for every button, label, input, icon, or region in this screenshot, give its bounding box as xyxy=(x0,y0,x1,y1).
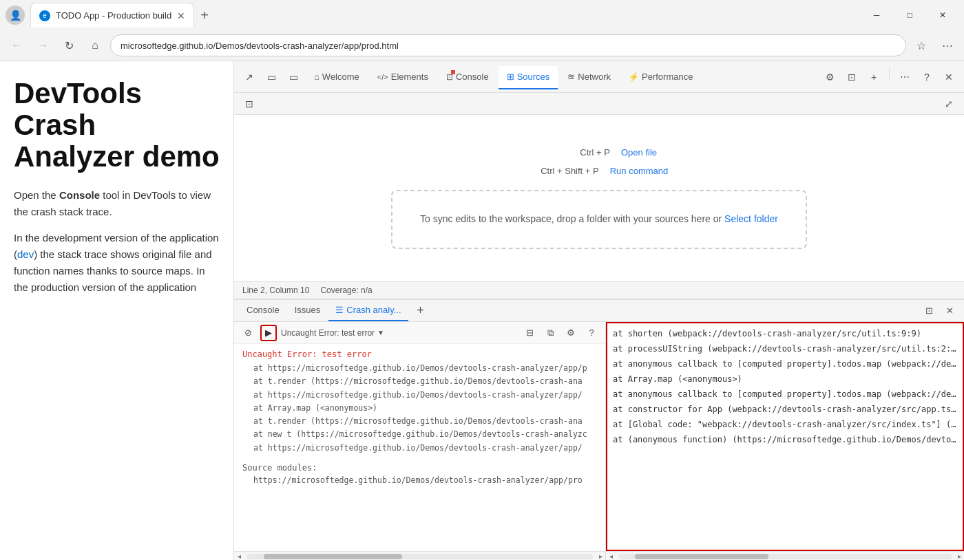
tab-network[interactable]: ≋ Network xyxy=(559,66,619,89)
play-button[interactable]: ▶ xyxy=(260,325,277,341)
expand-panel-icon[interactable]: ⤢ xyxy=(939,94,958,114)
source-modules-title: Source modules: xyxy=(242,463,597,473)
scroll-right-arrow[interactable]: ▸ xyxy=(596,552,605,561)
error-label-text: Uncaught Error: test error xyxy=(281,328,375,338)
home-button[interactable]: ⌂ xyxy=(84,34,106,56)
crash-analysis-panel: at shorten (webpack://devtools-crash-ana… xyxy=(606,322,964,551)
stack-line-6: at https://microsoftedge.github.io/Demos… xyxy=(242,442,597,455)
refresh-button[interactable]: ↻ xyxy=(58,34,80,56)
stack-line-1: at t.render (https://microsoftedge.githu… xyxy=(242,375,597,388)
forward-button[interactable]: → xyxy=(32,34,54,56)
favorites-button[interactable]: ☆ xyxy=(910,34,932,56)
settings-cog-icon[interactable]: ⚙ xyxy=(820,67,839,87)
inspect-element-icon[interactable]: ↗ xyxy=(240,67,259,87)
console-drawer-icon[interactable]: ▭ xyxy=(284,67,303,87)
dev-link[interactable]: dev xyxy=(17,248,34,260)
tab-performance[interactable]: ⚡ Performance xyxy=(620,66,701,89)
devtools-panel: ↗ ▭ ▭ ⌂ Welcome </> Elements ⊡ Console ⊞ xyxy=(234,61,964,560)
close-bottom-icon[interactable]: ✕ xyxy=(941,302,958,320)
toggle-sidebar-icon[interactable]: ⊡ xyxy=(240,94,259,114)
bottom-tabs-right: ⊡ ✕ xyxy=(920,302,958,320)
crash-line-2: at anonymous callback to [computed prope… xyxy=(613,356,957,371)
right-scroll-right-arrow[interactable]: ▸ xyxy=(954,552,964,561)
address-bar: ← → ↻ ⌂ microsoftedge.github.io/Demos/de… xyxy=(0,30,964,61)
sources-tab-icon: ⊞ xyxy=(507,72,514,82)
console-bottom-tab-label: Console xyxy=(247,305,280,315)
stack-line-4: at t.render (https://microsoftedge.githu… xyxy=(242,415,597,428)
tab-title: TODO App - Production build xyxy=(56,10,171,21)
user-avatar: 👤 xyxy=(6,6,25,25)
devtools-close-icon[interactable]: ✕ xyxy=(939,67,958,87)
paragraph-1: Open the Console tool in DevTools to vie… xyxy=(14,187,220,220)
shortcut-row-open: Ctrl + P Open file xyxy=(541,147,657,158)
coverage-info: Coverage: n/a xyxy=(320,286,372,295)
sources-shortcuts: Ctrl + P Open file Ctrl + Shift + P Run … xyxy=(530,147,669,176)
scroll-left-arrow[interactable]: ◂ xyxy=(234,552,244,561)
open-file-link[interactable]: Open file xyxy=(621,147,657,158)
add-bottom-tab-button[interactable]: + xyxy=(412,303,429,319)
device-toolbar-icon[interactable]: ▭ xyxy=(262,67,281,87)
clear-console-icon[interactable]: ⊘ xyxy=(240,325,256,341)
page-content: DevTools Crash Analyzer demo Open the Co… xyxy=(0,61,234,560)
tab-close-button[interactable]: ✕ xyxy=(177,10,185,21)
window-controls-left: 👤 xyxy=(6,6,25,25)
source-modules-url: https://microsoftedge.github.io/Demos/de… xyxy=(242,475,597,485)
left-scroll-track[interactable] xyxy=(247,554,593,559)
tab-welcome[interactable]: ⌂ Welcome xyxy=(306,66,368,89)
crash-line-4: at anonymous callback to [computed prope… xyxy=(613,387,957,402)
stack-line-3: at Array.map (<anonymous>) xyxy=(242,402,597,415)
toolbar-separator xyxy=(889,67,890,81)
more-tools-icon[interactable]: ⊡ xyxy=(842,67,861,87)
stack-lines: at https://microsoftedge.github.io/Demos… xyxy=(242,362,597,455)
title-bar: 👤 e TODO App - Production build ✕ + ─ □ … xyxy=(0,0,964,30)
tab-bar: e TODO App - Production build ✕ + xyxy=(30,3,855,28)
help-console-icon[interactable]: ? xyxy=(583,325,600,341)
settings-icon[interactable]: ⚙ xyxy=(563,325,579,341)
browser-tab[interactable]: e TODO App - Production build ✕ xyxy=(30,3,194,28)
console-tab-label: Console xyxy=(456,72,489,82)
dock-bottom-icon[interactable]: ⊡ xyxy=(920,302,938,320)
copy-icon[interactable]: ⧉ xyxy=(542,325,558,341)
edge-favicon: e xyxy=(39,10,50,21)
bottom-tab-issues[interactable]: Issues xyxy=(288,301,328,321)
url-bar[interactable]: microsoftedge.github.io/Demos/devtools-c… xyxy=(110,34,906,56)
para1-bold: Console xyxy=(59,189,100,201)
issues-bottom-tab-label: Issues xyxy=(295,305,321,315)
right-scroll-track[interactable] xyxy=(618,554,952,559)
error-caret-icon: ▼ xyxy=(377,329,384,336)
url-text: microsoftedge.github.io/Demos/devtools-c… xyxy=(120,41,896,51)
drop-zone-text: To sync edits to the workspace, drop a f… xyxy=(420,213,724,224)
console-content: Uncaught Error: test error at https://mi… xyxy=(234,344,605,551)
crash-tab-icon: ☰ xyxy=(335,305,344,315)
minimize-button[interactable]: ─ xyxy=(861,4,892,26)
more-menu-icon[interactable]: ⋯ xyxy=(895,67,914,87)
tab-elements[interactable]: </> Elements xyxy=(369,66,437,89)
shortcut-key-run: Ctrl + Shift + P xyxy=(530,166,599,176)
tab-sources[interactable]: ⊞ Sources xyxy=(499,66,558,89)
help-icon[interactable]: ? xyxy=(917,67,936,87)
network-tab-label: Network xyxy=(578,72,611,82)
page-title: DevTools Crash Analyzer demo xyxy=(14,78,220,173)
right-scroll-left-arrow[interactable]: ◂ xyxy=(606,552,616,561)
stack-line-2: at https://microsoftedge.github.io/Demos… xyxy=(242,389,597,402)
tab-console[interactable]: ⊡ Console xyxy=(438,66,497,89)
bottom-tab-crash[interactable]: ☰ Crash analy... xyxy=(328,301,408,321)
sources-main: Ctrl + P Open file Ctrl + Shift + P Run … xyxy=(234,115,964,281)
filter-icon[interactable]: ⊟ xyxy=(521,325,538,341)
add-panel-icon[interactable]: + xyxy=(864,67,883,87)
browser-chrome: 👤 e TODO App - Production build ✕ + ─ □ … xyxy=(0,0,964,61)
maximize-button[interactable]: □ xyxy=(894,4,925,26)
error-label: Uncaught Error: test error ▼ xyxy=(281,328,517,338)
settings-button[interactable]: ⋯ xyxy=(936,34,958,56)
back-button[interactable]: ← xyxy=(6,34,28,56)
close-button[interactable]: ✕ xyxy=(927,4,958,26)
new-tab-button[interactable]: + xyxy=(194,5,215,25)
crash-line-5: at constructor for App (webpack://devtoo… xyxy=(613,402,957,417)
right-scrollbar: ◂ ▸ xyxy=(606,552,964,560)
bottom-tab-console[interactable]: Console xyxy=(240,301,286,321)
welcome-tab-label: Welcome xyxy=(322,72,359,82)
paragraph-2: In the development version of the applic… xyxy=(14,230,220,296)
run-command-link[interactable]: Run command xyxy=(610,166,669,176)
console-left: ⊘ ▶ Uncaught Error: test error ▼ ⊟ ⧉ ⚙ ? xyxy=(234,322,606,551)
select-folder-link[interactable]: Select folder xyxy=(724,213,778,224)
